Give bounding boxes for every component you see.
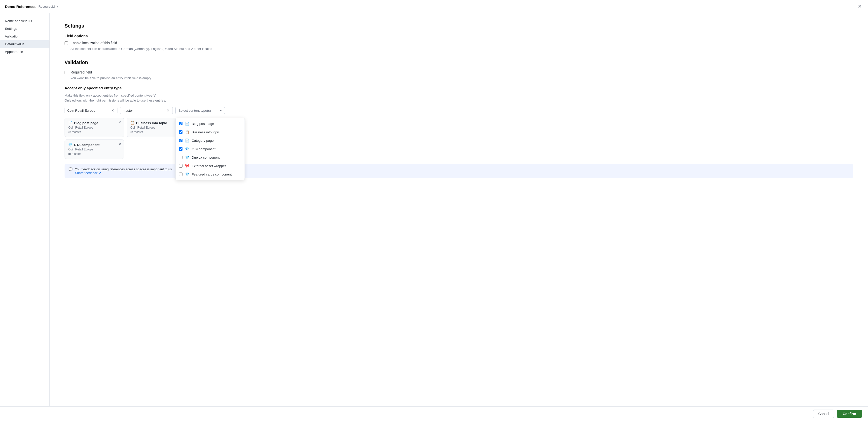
sidebar-item-validation[interactable]: Validation xyxy=(0,33,50,40)
field-options-title: Field options xyxy=(65,34,853,38)
accept-types-title: Accept only specified entry type xyxy=(65,86,853,90)
modal-subtitle: ResourceLink xyxy=(38,5,58,8)
modal-footer: Cancel Confirm xyxy=(0,407,868,421)
dropdown-label-business-info-topic: Business info topic xyxy=(192,130,220,134)
entry-card-cta-component: 💎 CTA component Coin Retail Europe ⇄ mas… xyxy=(65,139,124,159)
dropdown-item-blog-post-page[interactable]: 📄 Blog post page xyxy=(176,120,245,128)
environment-filter[interactable]: ✕ xyxy=(120,107,173,114)
dropdown-icon-featured-cards-component: 💎 xyxy=(185,172,189,176)
localization-desc: All the content can be translated to Ger… xyxy=(70,47,853,51)
remove-blog-post-button[interactable]: ✕ xyxy=(118,120,121,124)
main-content: Settings Field options Enable localizati… xyxy=(50,13,868,407)
header-left: Demo References ResourceLink xyxy=(5,4,58,9)
share-feedback-link[interactable]: Share feedback ↗ xyxy=(75,171,101,175)
sidebar-item-appearance[interactable]: Appearance xyxy=(0,48,50,56)
environment-filter-input[interactable] xyxy=(123,109,165,112)
cta-title: CTA component xyxy=(74,143,99,147)
space-filter[interactable]: ✕ xyxy=(65,107,118,114)
required-field-desc: You won't be able to publish an entry if… xyxy=(70,76,853,80)
sidebar-item-default-value[interactable]: Default value xyxy=(0,40,50,48)
space-filter-input[interactable] xyxy=(67,109,109,112)
field-options-section: Field options Enable localization of thi… xyxy=(65,34,853,51)
branch-icon-2: ⇄ xyxy=(130,130,133,134)
dropdown-item-business-info-topic[interactable]: 📋 Business info topic xyxy=(176,128,245,136)
dropdown-item-cta-component[interactable]: 💎 CTA component xyxy=(176,145,245,153)
validation-title: Validation xyxy=(65,60,853,65)
dropdown-label-blog-post-page: Blog post page xyxy=(192,122,214,126)
dropdown-icon-category-page: 📄 xyxy=(185,138,189,142)
dropdown-icon-duplex-component: 💎 xyxy=(185,155,189,159)
dropdown-label-featured-cards-component: Featured cards component xyxy=(192,172,231,176)
select-placeholder-text: Select content type(s) xyxy=(179,109,211,112)
business-info-title: Business info topic xyxy=(136,121,167,125)
entry-card-blog-post: 📄 Blog post page Coin Retail Europe ⇄ ma… xyxy=(65,118,124,137)
filter-row: ✕ ✕ Select content type(s) ▾ xyxy=(65,107,853,114)
blog-post-icon: 📄 xyxy=(68,121,72,125)
sidebar: Name and field ID Settings Validation De… xyxy=(0,13,50,407)
remove-cta-button[interactable]: ✕ xyxy=(118,142,121,146)
localization-row: Enable localization of this field xyxy=(65,41,853,45)
chevron-down-icon: ▾ xyxy=(220,108,222,112)
content-type-select[interactable]: Select content type(s) ▾ xyxy=(175,107,225,114)
blog-post-branch: ⇄ master xyxy=(68,130,120,134)
branch-icon: ⇄ xyxy=(68,130,71,134)
dropdown-icon-cta-component: 💎 xyxy=(185,147,189,151)
sidebar-item-name-field-id[interactable]: Name and field ID xyxy=(0,17,50,25)
dropdown-checkbox-featured-cards-component[interactable] xyxy=(179,172,183,176)
environment-filter-clear[interactable]: ✕ xyxy=(166,108,170,112)
dropdown-label-cta-component: CTA component xyxy=(192,147,216,151)
accept-types-desc: Make this field only accept entries from… xyxy=(65,93,853,103)
business-info-branch: ⇄ master xyxy=(130,130,183,134)
confirm-button[interactable]: Confirm xyxy=(837,410,862,418)
modal-title: Demo References xyxy=(5,4,36,9)
localization-checkbox[interactable] xyxy=(65,41,68,45)
dropdown-label-external-asset-wrapper: External asset wrapper xyxy=(192,164,226,168)
dropdown-checkbox-blog-post-page[interactable] xyxy=(179,122,183,125)
dropdown-label-duplex-component: Duplex component xyxy=(192,156,220,159)
feedback-text: Your feedback on using references across… xyxy=(75,167,173,171)
external-link-icon: ↗ xyxy=(99,171,101,175)
dropdown-icon-external-asset-wrapper: 🎀 xyxy=(185,164,189,168)
cta-space: Coin Retail Europe xyxy=(68,148,120,151)
accept-types-section: Accept only specified entry type Make th… xyxy=(65,86,853,178)
feedback-icon: 💬 xyxy=(68,167,72,171)
close-button[interactable]: ✕ xyxy=(857,3,863,10)
dropdown-checkbox-cta-component[interactable] xyxy=(179,147,183,151)
dropdown-checkbox-duplex-component[interactable] xyxy=(179,156,183,159)
sidebar-item-settings[interactable]: Settings xyxy=(0,25,50,33)
business-info-icon: 📋 xyxy=(130,121,134,125)
branch-icon-3: ⇄ xyxy=(68,152,71,156)
blog-post-title: Blog post page xyxy=(74,121,98,125)
localization-label: Enable localization of this field xyxy=(70,41,117,45)
space-filter-clear[interactable]: ✕ xyxy=(111,108,115,112)
dropdown-item-duplex-component[interactable]: 💎 Duplex component xyxy=(176,153,245,162)
content-type-select-wrapper: Select content type(s) ▾ 📄 Blog post pag… xyxy=(175,107,225,114)
section-title: Settings xyxy=(65,23,853,29)
required-field-row: Required field xyxy=(65,70,853,74)
dropdown-icon-business-info-topic: 📋 xyxy=(185,130,189,134)
required-field-checkbox[interactable] xyxy=(65,71,68,74)
validation-section: Validation Required field You won't be a… xyxy=(65,60,853,178)
cancel-button[interactable]: Cancel xyxy=(813,410,835,418)
dropdown-icon-blog-post-page: 📄 xyxy=(185,122,189,126)
cta-icon: 💎 xyxy=(68,143,72,147)
dropdown-item-category-page[interactable]: 📄 Category page xyxy=(176,136,245,145)
dropdown-checkbox-external-asset-wrapper[interactable] xyxy=(179,164,183,168)
dropdown-item-featured-cards-component[interactable]: 💎 Featured cards component xyxy=(176,170,245,178)
dropdown-item-external-asset-wrapper[interactable]: 🎀 External asset wrapper xyxy=(176,162,245,170)
content-type-dropdown: 📄 Blog post page 📋 Business info topic 📄… xyxy=(175,118,245,180)
modal-body: Name and field ID Settings Validation De… xyxy=(0,13,868,407)
required-field-label: Required field xyxy=(70,70,92,74)
modal-header: Demo References ResourceLink ✕ xyxy=(0,0,868,13)
blog-post-space: Coin Retail Europe xyxy=(68,126,120,129)
cta-branch: ⇄ master xyxy=(68,152,120,156)
business-info-space: Coin Retail Europe xyxy=(130,126,183,129)
dropdown-checkbox-category-page[interactable] xyxy=(179,139,183,142)
dropdown-checkbox-business-info-topic[interactable] xyxy=(179,130,183,134)
dropdown-label-category-page: Category page xyxy=(192,139,214,142)
